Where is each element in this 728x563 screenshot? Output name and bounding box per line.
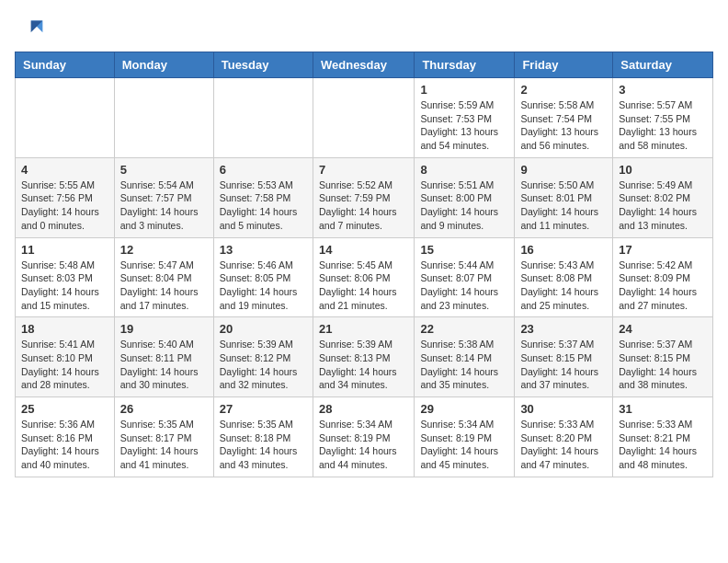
column-header-wednesday: Wednesday bbox=[313, 52, 414, 78]
calendar-cell: 25Sunrise: 5:36 AM Sunset: 8:16 PM Dayli… bbox=[16, 397, 115, 477]
day-number: 6 bbox=[220, 163, 307, 177]
calendar-cell bbox=[16, 78, 115, 158]
calendar-cell: 9Sunrise: 5:50 AM Sunset: 8:01 PM Daylig… bbox=[515, 157, 613, 237]
calendar-cell: 8Sunrise: 5:51 AM Sunset: 8:00 PM Daylig… bbox=[415, 157, 515, 237]
day-number: 15 bbox=[420, 243, 508, 257]
day-info: Sunrise: 5:35 AM Sunset: 8:18 PM Dayligh… bbox=[220, 418, 307, 472]
calendar-cell: 20Sunrise: 5:39 AM Sunset: 8:12 PM Dayli… bbox=[213, 317, 313, 397]
day-info: Sunrise: 5:54 AM Sunset: 7:57 PM Dayligh… bbox=[120, 178, 208, 233]
calendar-week-row: 18Sunrise: 5:41 AM Sunset: 8:10 PM Dayli… bbox=[16, 317, 713, 397]
day-info: Sunrise: 5:57 AM Sunset: 7:55 PM Dayligh… bbox=[619, 98, 707, 153]
day-info: Sunrise: 5:34 AM Sunset: 8:19 PM Dayligh… bbox=[420, 418, 508, 472]
day-number: 17 bbox=[619, 243, 707, 257]
column-header-friday: Friday bbox=[515, 52, 613, 78]
day-number: 3 bbox=[619, 83, 707, 97]
calendar-cell: 26Sunrise: 5:35 AM Sunset: 8:17 PM Dayli… bbox=[114, 397, 213, 477]
day-number: 23 bbox=[520, 322, 607, 336]
day-info: Sunrise: 5:45 AM Sunset: 8:06 PM Dayligh… bbox=[319, 259, 408, 313]
calendar-cell: 27Sunrise: 5:35 AM Sunset: 8:18 PM Dayli… bbox=[213, 397, 313, 477]
day-info: Sunrise: 5:43 AM Sunset: 8:08 PM Dayligh… bbox=[520, 259, 607, 313]
calendar-cell: 10Sunrise: 5:49 AM Sunset: 8:02 PM Dayli… bbox=[613, 157, 713, 237]
day-number: 8 bbox=[420, 163, 508, 177]
day-number: 18 bbox=[21, 322, 108, 336]
calendar-cell: 16Sunrise: 5:43 AM Sunset: 8:08 PM Dayli… bbox=[515, 237, 613, 317]
day-info: Sunrise: 5:38 AM Sunset: 8:14 PM Dayligh… bbox=[420, 338, 508, 392]
calendar-cell: 30Sunrise: 5:33 AM Sunset: 8:20 PM Dayli… bbox=[515, 397, 613, 477]
day-info: Sunrise: 5:41 AM Sunset: 8:10 PM Dayligh… bbox=[21, 338, 108, 392]
day-info: Sunrise: 5:59 AM Sunset: 7:53 PM Dayligh… bbox=[420, 98, 508, 153]
day-info: Sunrise: 5:37 AM Sunset: 8:15 PM Dayligh… bbox=[619, 338, 707, 392]
calendar-header-row: SundayMondayTuesdayWednesdayThursdayFrid… bbox=[16, 52, 713, 78]
calendar-cell: 29Sunrise: 5:34 AM Sunset: 8:19 PM Dayli… bbox=[415, 397, 515, 477]
calendar-cell: 3Sunrise: 5:57 AM Sunset: 7:55 PM Daylig… bbox=[613, 78, 713, 158]
logo bbox=[15, 15, 48, 44]
calendar-cell: 17Sunrise: 5:42 AM Sunset: 8:09 PM Dayli… bbox=[613, 237, 713, 317]
calendar-cell: 24Sunrise: 5:37 AM Sunset: 8:15 PM Dayli… bbox=[613, 317, 713, 397]
calendar-cell: 13Sunrise: 5:46 AM Sunset: 8:05 PM Dayli… bbox=[213, 237, 313, 317]
day-info: Sunrise: 5:35 AM Sunset: 8:17 PM Dayligh… bbox=[120, 418, 208, 472]
day-number: 25 bbox=[21, 402, 108, 416]
day-info: Sunrise: 5:52 AM Sunset: 7:59 PM Dayligh… bbox=[319, 178, 408, 233]
day-number: 1 bbox=[420, 83, 508, 97]
column-header-saturday: Saturday bbox=[613, 52, 713, 78]
day-number: 21 bbox=[319, 322, 408, 336]
day-info: Sunrise: 5:33 AM Sunset: 8:21 PM Dayligh… bbox=[619, 418, 707, 472]
day-info: Sunrise: 5:33 AM Sunset: 8:20 PM Dayligh… bbox=[520, 418, 607, 472]
calendar-cell: 22Sunrise: 5:38 AM Sunset: 8:14 PM Dayli… bbox=[415, 317, 515, 397]
day-number: 27 bbox=[220, 402, 307, 416]
calendar-week-row: 11Sunrise: 5:48 AM Sunset: 8:03 PM Dayli… bbox=[16, 237, 713, 317]
calendar-week-row: 4Sunrise: 5:55 AM Sunset: 7:56 PM Daylig… bbox=[16, 157, 713, 237]
day-info: Sunrise: 5:39 AM Sunset: 8:13 PM Dayligh… bbox=[319, 338, 408, 392]
day-info: Sunrise: 5:55 AM Sunset: 7:56 PM Dayligh… bbox=[21, 178, 108, 233]
calendar-week-row: 25Sunrise: 5:36 AM Sunset: 8:16 PM Dayli… bbox=[16, 397, 713, 477]
calendar-cell: 28Sunrise: 5:34 AM Sunset: 8:19 PM Dayli… bbox=[313, 397, 414, 477]
day-number: 29 bbox=[420, 402, 508, 416]
day-info: Sunrise: 5:49 AM Sunset: 8:02 PM Dayligh… bbox=[619, 178, 707, 233]
day-number: 19 bbox=[120, 322, 208, 336]
day-info: Sunrise: 5:46 AM Sunset: 8:05 PM Dayligh… bbox=[220, 259, 307, 313]
day-number: 26 bbox=[120, 402, 208, 416]
day-info: Sunrise: 5:53 AM Sunset: 7:58 PM Dayligh… bbox=[220, 178, 307, 233]
calendar-week-row: 1Sunrise: 5:59 AM Sunset: 7:53 PM Daylig… bbox=[16, 78, 713, 158]
calendar-cell: 12Sunrise: 5:47 AM Sunset: 8:04 PM Dayli… bbox=[114, 237, 213, 317]
calendar-cell: 4Sunrise: 5:55 AM Sunset: 7:56 PM Daylig… bbox=[16, 157, 115, 237]
day-number: 12 bbox=[120, 243, 208, 257]
calendar-cell: 21Sunrise: 5:39 AM Sunset: 8:13 PM Dayli… bbox=[313, 317, 414, 397]
day-number: 16 bbox=[520, 243, 607, 257]
calendar-cell: 1Sunrise: 5:59 AM Sunset: 7:53 PM Daylig… bbox=[415, 78, 515, 158]
day-info: Sunrise: 5:51 AM Sunset: 8:00 PM Dayligh… bbox=[420, 178, 508, 233]
calendar-cell: 6Sunrise: 5:53 AM Sunset: 7:58 PM Daylig… bbox=[213, 157, 313, 237]
calendar-cell bbox=[213, 78, 313, 158]
day-number: 22 bbox=[420, 322, 508, 336]
day-number: 4 bbox=[21, 163, 108, 177]
day-number: 30 bbox=[520, 402, 607, 416]
day-info: Sunrise: 5:34 AM Sunset: 8:19 PM Dayligh… bbox=[319, 418, 408, 472]
calendar-cell: 7Sunrise: 5:52 AM Sunset: 7:59 PM Daylig… bbox=[313, 157, 414, 237]
day-number: 31 bbox=[619, 402, 707, 416]
calendar-cell: 19Sunrise: 5:40 AM Sunset: 8:11 PM Dayli… bbox=[114, 317, 213, 397]
page-header bbox=[15, 15, 713, 44]
calendar-table: SundayMondayTuesdayWednesdayThursdayFrid… bbox=[15, 52, 713, 477]
day-info: Sunrise: 5:39 AM Sunset: 8:12 PM Dayligh… bbox=[220, 338, 307, 392]
day-info: Sunrise: 5:37 AM Sunset: 8:15 PM Dayligh… bbox=[520, 338, 607, 392]
column-header-thursday: Thursday bbox=[415, 52, 515, 78]
logo-icon bbox=[15, 15, 44, 44]
day-number: 28 bbox=[319, 402, 408, 416]
day-number: 2 bbox=[520, 83, 607, 97]
calendar-cell bbox=[313, 78, 414, 158]
calendar-cell bbox=[114, 78, 213, 158]
calendar-cell: 11Sunrise: 5:48 AM Sunset: 8:03 PM Dayli… bbox=[16, 237, 115, 317]
day-info: Sunrise: 5:48 AM Sunset: 8:03 PM Dayligh… bbox=[21, 259, 108, 313]
day-info: Sunrise: 5:44 AM Sunset: 8:07 PM Dayligh… bbox=[420, 259, 508, 313]
calendar-cell: 14Sunrise: 5:45 AM Sunset: 8:06 PM Dayli… bbox=[313, 237, 414, 317]
column-header-monday: Monday bbox=[114, 52, 213, 78]
day-number: 11 bbox=[21, 243, 108, 257]
day-number: 9 bbox=[520, 163, 607, 177]
calendar-cell: 23Sunrise: 5:37 AM Sunset: 8:15 PM Dayli… bbox=[515, 317, 613, 397]
day-number: 5 bbox=[120, 163, 208, 177]
day-number: 7 bbox=[319, 163, 408, 177]
calendar-cell: 2Sunrise: 5:58 AM Sunset: 7:54 PM Daylig… bbox=[515, 78, 613, 158]
day-info: Sunrise: 5:40 AM Sunset: 8:11 PM Dayligh… bbox=[120, 338, 208, 392]
day-info: Sunrise: 5:58 AM Sunset: 7:54 PM Dayligh… bbox=[520, 98, 607, 153]
day-info: Sunrise: 5:42 AM Sunset: 8:09 PM Dayligh… bbox=[619, 259, 707, 313]
